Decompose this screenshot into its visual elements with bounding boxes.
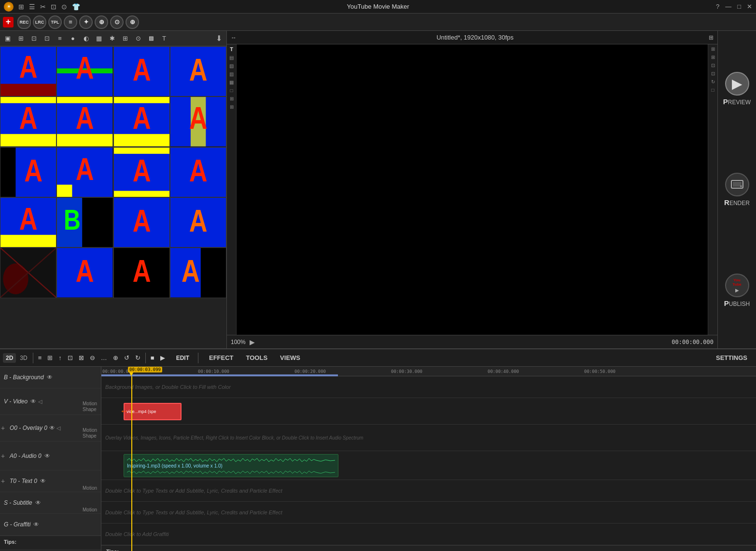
right-tool-1[interactable]: ⊞: [711, 46, 715, 52]
tl-plus-btn[interactable]: ⊕: [111, 353, 121, 363]
media-cell-16[interactable]: A: [170, 197, 226, 248]
media-btn-3[interactable]: ⊡: [28, 33, 40, 44]
media-btn-6[interactable]: ●: [67, 33, 79, 44]
media-cell-19[interactable]: A: [113, 248, 170, 298]
play-icon[interactable]: ▶: [250, 338, 255, 346]
overlay0-lock-icon[interactable]: ◁: [56, 425, 60, 431]
tl-edit-btn[interactable]: EDIT: [172, 353, 193, 363]
tab-tools[interactable]: TOOLS: [240, 352, 274, 363]
audio-add-icon[interactable]: +: [1, 452, 5, 460]
tab-effect[interactable]: EFFECT: [203, 352, 239, 363]
media-btn-8[interactable]: ▦: [93, 33, 105, 44]
media-btn-1[interactable]: ▣: [2, 33, 14, 44]
effect-icon-4[interactable]: ▦: [229, 80, 234, 85]
effect-icon-1[interactable]: ▤: [229, 55, 234, 60]
right-tool-2[interactable]: ⊞: [711, 55, 715, 60]
media-cell-2[interactable]: A: [56, 46, 113, 96]
tl-redo-btn[interactable]: ↻: [133, 353, 143, 363]
right-tool-5[interactable]: ↻: [711, 79, 715, 84]
track-row-background[interactable]: Background Images, or Double Click to Fi…: [101, 376, 756, 398]
tl-split-btn[interactable]: ⊠: [76, 353, 86, 363]
video-lock-icon[interactable]: ◁: [38, 399, 42, 405]
media-cell-12[interactable]: A: [170, 147, 226, 197]
tab-settings[interactable]: SETTINGS: [710, 352, 753, 363]
media-cell-13[interactable]: A: [0, 197, 56, 248]
search-icon[interactable]: ⊙: [61, 3, 67, 11]
minimize-btn[interactable]: —: [725, 3, 731, 10]
rec-button[interactable]: REC: [17, 15, 31, 29]
overlay0-eye-icon[interactable]: 👁: [49, 425, 55, 431]
circle-button[interactable]: ⊕: [95, 15, 108, 29]
new-icon[interactable]: ⊞: [18, 3, 24, 11]
track-row-subtitle[interactable]: Double Click to Type Texts or Add Subtit…: [101, 502, 756, 523]
effect-icon-6[interactable]: ⊞: [230, 96, 234, 101]
media-download-icon[interactable]: ⬇: [213, 33, 224, 44]
overlay-add-icon[interactable]: +: [1, 424, 5, 432]
gear-button[interactable]: ✦: [79, 15, 93, 29]
tl-box-btn[interactable]: ⊡: [65, 353, 75, 363]
media-cell-18[interactable]: A: [56, 248, 113, 298]
media-cell-20[interactable]: A: [170, 248, 226, 298]
track-row-graffiti[interactable]: Double Click to Add Graffiti: [101, 523, 756, 545]
media-cell-14[interactable]: B: [56, 197, 113, 248]
media-cell-3[interactable]: A: [113, 46, 170, 96]
media-cell-4[interactable]: A: [170, 46, 226, 96]
effect-icon-5[interactable]: □: [230, 88, 233, 93]
subtitle-eye-icon[interactable]: 👁: [35, 499, 41, 506]
media-cell-15[interactable]: A: [113, 197, 170, 248]
video-clip[interactable]: vide...mp4 (spe: [124, 403, 182, 420]
tl-2d-btn[interactable]: 2D: [3, 353, 16, 363]
right-tool-4[interactable]: ⊡: [711, 71, 715, 76]
media-cell-8[interactable]: A: [170, 96, 226, 147]
media-btn-5[interactable]: ≡: [54, 33, 66, 44]
cut-icon[interactable]: ✂: [40, 3, 46, 11]
text-add-icon[interactable]: +: [1, 477, 5, 485]
video-eye-icon[interactable]: 👁: [30, 398, 36, 405]
media-btn-2[interactable]: ⊞: [15, 33, 27, 44]
track-row-text0[interactable]: Double Click to Type Texts or Add Subtit…: [101, 480, 756, 502]
media-cell-9[interactable]: A: [0, 147, 56, 197]
media-cell-5[interactable]: A: [0, 96, 56, 147]
media-btn-9[interactable]: ✱: [106, 33, 118, 44]
audio0-eye-icon[interactable]: 👁: [44, 453, 50, 459]
background-eye-icon[interactable]: 👁: [47, 374, 53, 381]
user-button[interactable]: ⊕: [126, 15, 139, 29]
text0-eye-icon[interactable]: 👁: [40, 478, 46, 484]
shirt-icon[interactable]: 👕: [72, 3, 80, 11]
publish-action[interactable]: You Tube ▶ PUBLISH: [720, 274, 754, 307]
timeline-ruler[interactable]: 00:00:00.000 00:00:10.000 00:00:20.000 0…: [101, 367, 756, 376]
tl-dots-btn[interactable]: …: [98, 353, 110, 363]
media-btn-13[interactable]: T: [158, 33, 170, 44]
timeline-tracks-area[interactable]: 00:00:00.000 00:00:10.000 00:00:20.000 0…: [101, 367, 756, 551]
render-action[interactable]: RENDER: [720, 173, 754, 207]
track-row-audio0[interactable]: Inspiring-1.mp3 (speed x 1.00, volume x …: [101, 451, 756, 480]
eye-button[interactable]: ⊙: [110, 15, 124, 29]
track-row-video[interactable]: vide...mp4 (spe ←: [101, 398, 756, 425]
tl-up-btn[interactable]: ↑: [56, 353, 64, 363]
tl-minus-btn[interactable]: ⊖: [87, 353, 98, 363]
tl-grid-btn[interactable]: ⊞: [45, 353, 55, 363]
text-tool-icon[interactable]: T: [230, 46, 233, 52]
split-icon[interactable]: ⊡: [51, 3, 56, 11]
media-cell-10[interactable]: A: [56, 147, 113, 197]
media-cell-17[interactable]: [0, 248, 56, 298]
add-button[interactable]: +: [3, 17, 14, 28]
effect-icon-3[interactable]: ▥: [229, 71, 234, 77]
tl-play-btn[interactable]: ▶: [158, 353, 168, 363]
media-btn-11[interactable]: ⊙: [132, 33, 144, 44]
media-btn-10[interactable]: ⊞: [119, 33, 131, 44]
maximize-btn[interactable]: □: [737, 3, 741, 10]
right-tool-6[interactable]: □: [711, 87, 714, 93]
media-btn-4[interactable]: ⊡: [41, 33, 53, 44]
graffiti-eye-icon[interactable]: 👁: [33, 521, 39, 528]
tpl-button[interactable]: TPL: [48, 15, 62, 29]
tl-stop-btn[interactable]: ■: [148, 353, 157, 363]
tab-views[interactable]: VIEWS: [274, 352, 306, 363]
lrc-button[interactable]: LRC: [33, 15, 46, 29]
effect-icon-2[interactable]: ▧: [229, 63, 234, 69]
tl-undo-btn[interactable]: ↺: [122, 353, 132, 363]
effect-icon-7[interactable]: ⊞: [230, 104, 234, 110]
help-btn[interactable]: ?: [716, 3, 719, 10]
media-cell-7[interactable]: A: [113, 96, 170, 147]
track-row-overlay0[interactable]: Overlay Videos, Images, Icons, Particle …: [101, 425, 756, 451]
